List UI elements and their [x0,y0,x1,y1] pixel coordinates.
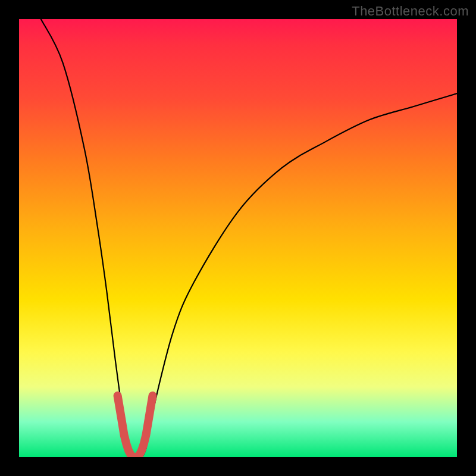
curve-svg [19,19,457,457]
chart-frame: TheBottleneck.com [0,0,476,476]
watermark-text: TheBottleneck.com [352,4,469,19]
highlight-markers [118,396,153,457]
main-curve [41,19,457,457]
plot-area [19,19,457,457]
